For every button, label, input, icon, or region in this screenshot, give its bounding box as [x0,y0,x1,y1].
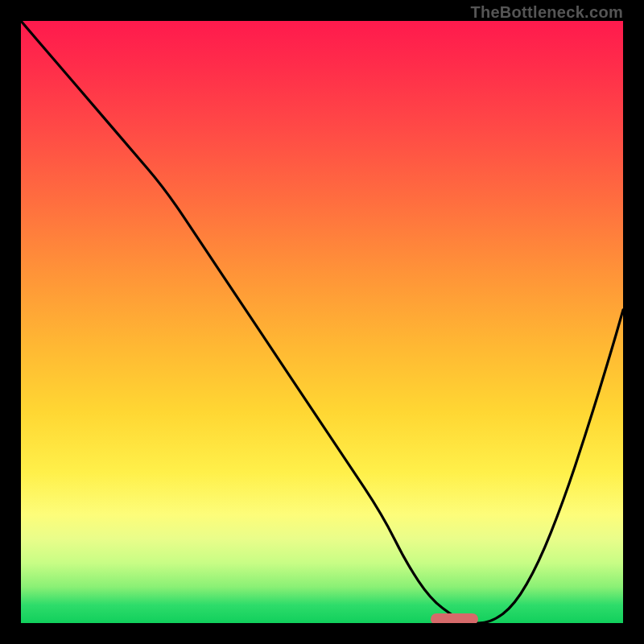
watermark-text: TheBottleneck.com [470,3,623,22]
plot-area [21,21,623,623]
optimal-marker [431,613,479,623]
bottleneck-curve [21,21,623,623]
chart-frame: TheBottleneck.com [0,0,644,644]
curve-layer [21,21,623,623]
